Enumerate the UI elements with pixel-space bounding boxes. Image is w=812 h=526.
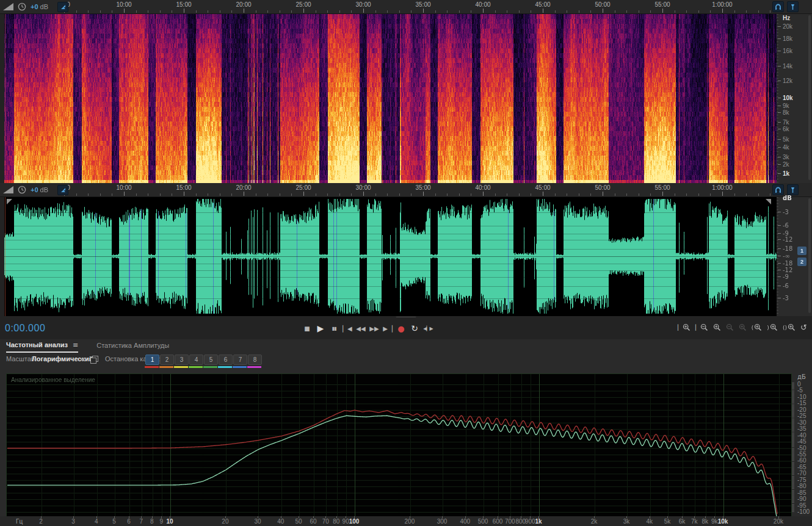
ruler-major-tick [184, 192, 184, 196]
zoom-in-point[interactable]: ( [752, 323, 763, 331]
plot-frequency-axis: Гц 2345678910203040506070809010020030040… [0, 516, 812, 526]
frequency-plot-canvas[interactable] [7, 374, 791, 516]
hold-frame-button-8[interactable]: 8 [248, 355, 262, 365]
frequency-label: 7k [783, 119, 789, 126]
zoom-out-point[interactable]: ) [767, 323, 778, 331]
magnifier-icon [726, 323, 734, 331]
ruler-minor-tick [639, 193, 639, 196]
ruler-major-tick [483, 192, 484, 196]
corner-fold-icon[interactable] [766, 199, 771, 204]
ruler-minor-tick [220, 10, 220, 13]
tab-amplitude-statistics[interactable]: Статистика Амплитуды [96, 342, 169, 351]
zoom-in-selection[interactable] [713, 323, 721, 331]
hold-frame-button-4[interactable]: 4 [189, 355, 203, 365]
copy-frames-icon[interactable] [90, 356, 98, 363]
waveform-playhead [5, 197, 5, 316]
hold-frame-6[interactable]: 6 [218, 355, 232, 368]
ruler-minor-tick [160, 193, 161, 196]
ruler-minor-tick [351, 193, 352, 196]
hold-frame-5[interactable]: 5 [203, 355, 217, 368]
marker-button[interactable] [787, 1, 799, 12]
hold-frame-2[interactable]: 2 [159, 355, 173, 368]
spectrogram-timeline-ruler[interactable]: 5:0010:0015:0020:0025:0030:0035:0040:004… [4, 0, 777, 13]
record-button[interactable]: ● [396, 322, 406, 335]
zoom-out-horizontal[interactable]: ▏ [695, 323, 708, 331]
zoom-bracket: ( [752, 325, 754, 331]
pin-playhead-button[interactable] [57, 185, 68, 195]
loop-button[interactable]: ↻ [410, 322, 419, 335]
fade-icon[interactable] [3, 186, 13, 193]
zoom-in-horizontal[interactable]: ▏ [678, 323, 691, 331]
ruler-minor-tick [447, 10, 448, 13]
hold-frame-button-7[interactable]: 7 [233, 355, 247, 365]
db-axis-label: -20 [797, 406, 806, 413]
ruler-minor-tick [519, 10, 520, 13]
transport-bar: 0:00.000 ■▶▮▮▏◀◀◀▶▶▶▕●↻◀▏▶ ▏▏()()↺ [0, 317, 812, 340]
hold-frame-8[interactable]: 8 [247, 355, 261, 368]
waveform-scrollbar[interactable] [808, 198, 811, 313]
marker-button[interactable] [787, 184, 799, 195]
play-button[interactable]: ▶ [316, 322, 325, 335]
ruler-minor-tick [160, 10, 161, 13]
goto-end-button[interactable]: ▶▕ [383, 322, 393, 335]
skip-button[interactable]: ◀▏▶ [423, 322, 433, 335]
ruler-minor-tick [375, 10, 376, 13]
zoom-to-selection[interactable]: () [783, 323, 796, 331]
hold-frame-button-2[interactable]: 2 [160, 355, 174, 365]
snap-button[interactable] [772, 1, 784, 12]
hold-frame-4[interactable]: 4 [189, 355, 203, 368]
hold-frame-button-3[interactable]: 3 [175, 355, 189, 365]
stop-button[interactable]: ■ [302, 322, 312, 335]
gain-readout[interactable]: +0dB [31, 186, 48, 193]
spectrogram-scrollbar[interactable] [808, 15, 811, 180]
fade-icon[interactable] [3, 3, 13, 10]
gain-readout[interactable]: +0dB [31, 3, 48, 10]
pin-playhead-button[interactable] [57, 2, 68, 12]
rewind-button[interactable]: ◀◀ [356, 322, 366, 335]
ruler-minor-tick [399, 193, 400, 196]
frequency-axis-label: 8k [701, 518, 708, 525]
frequency-axis-label: 7k [691, 518, 698, 525]
frequency-axis-label: 70 [322, 518, 329, 525]
magnet-icon [775, 4, 781, 10]
goto-start-button[interactable]: ▏◀ [343, 322, 352, 335]
scale-tick [778, 276, 781, 277]
frequency-label: 3k [783, 154, 789, 160]
ruler-minor-tick [231, 193, 232, 196]
magnet-icon [775, 187, 781, 193]
frequency-axis-label: 900 [525, 518, 535, 525]
ruler-minor-tick [291, 193, 292, 196]
ruler-minor-tick [531, 10, 531, 13]
waveform-canvas[interactable] [4, 197, 777, 316]
ruler-minor-tick [770, 10, 770, 13]
clock-icon[interactable] [18, 186, 26, 194]
ruler-minor-tick [327, 193, 328, 196]
pause-button[interactable]: ▮▮ [329, 322, 339, 335]
db-axis-label: -15 [797, 400, 806, 406]
reset-zoom[interactable]: ↺ [800, 323, 807, 332]
channel-1-badge[interactable]: 1 [797, 247, 807, 255]
time-display[interactable]: 0:00.000 [5, 323, 45, 334]
panel-menu-icon[interactable]: ≡ [73, 341, 78, 349]
frequency-plot[interactable]: Анализированное выделение [6, 373, 792, 517]
ruler-major-tick [662, 9, 663, 13]
db-axis-label: -85 [797, 489, 806, 496]
spectrogram-canvas[interactable] [4, 14, 777, 183]
corner-fold-icon[interactable] [7, 199, 12, 204]
ruler-minor-tick [590, 193, 591, 196]
hold-frame-7[interactable]: 7 [233, 355, 247, 368]
waveform-timeline-ruler[interactable]: 5:0010:0015:0020:0025:0030:0035:0040:004… [4, 183, 777, 196]
tab-frequency-analysis[interactable]: Частотный анализ ≡ [6, 341, 78, 353]
fast-forward-button[interactable]: ▶▶ [369, 322, 379, 335]
magnifier-icon [770, 323, 778, 331]
hold-frame-button-6[interactable]: 6 [219, 355, 233, 365]
hold-frame-button-1[interactable]: 1 [145, 355, 159, 365]
ruler-major-tick [244, 192, 244, 196]
hold-frame-1[interactable]: 1 [145, 355, 159, 368]
snap-button[interactable] [772, 184, 784, 195]
hold-frame-3[interactable]: 3 [174, 355, 188, 368]
clock-icon[interactable] [18, 2, 26, 11]
scale-tick [778, 286, 781, 286]
channel-2-badge[interactable]: 2 [797, 258, 807, 266]
hold-frame-button-5[interactable]: 5 [204, 355, 218, 365]
